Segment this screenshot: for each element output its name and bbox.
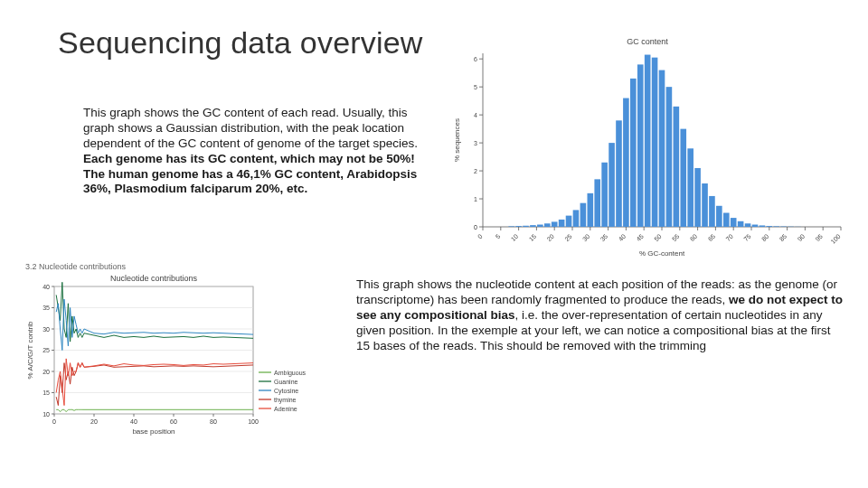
svg-rect-63	[537, 225, 543, 227]
svg-text:1: 1	[474, 196, 477, 202]
svg-rect-68	[573, 210, 580, 227]
svg-text:30: 30	[42, 326, 50, 333]
svg-text:80: 80	[760, 233, 770, 243]
svg-rect-95	[767, 226, 773, 227]
svg-text:20: 20	[90, 418, 98, 425]
svg-rect-88	[716, 206, 722, 227]
svg-text:Ambiguous: Ambiguous	[274, 370, 307, 377]
svg-text:55: 55	[671, 233, 681, 243]
svg-text:base position: base position	[132, 427, 175, 436]
svg-rect-92	[745, 223, 751, 227]
svg-text:40: 40	[130, 418, 137, 425]
svg-text:25: 25	[563, 233, 573, 243]
svg-rect-78	[645, 55, 651, 227]
svg-text:Nucleotide contributions: Nucleotide contributions	[110, 274, 198, 283]
svg-rect-66	[559, 220, 565, 227]
gc-desc-p1: This graph shows the GC content of each …	[83, 106, 418, 150]
svg-rect-85	[694, 168, 701, 227]
svg-text:35: 35	[42, 305, 50, 311]
svg-rect-94	[760, 225, 766, 227]
svg-text:65: 65	[707, 233, 717, 243]
svg-text:Guanine: Guanine	[274, 379, 298, 385]
bottom-row: 3.2 Nucleotide contributionsNucleotide c…	[22, 261, 846, 437]
svg-text:0: 0	[474, 224, 477, 230]
svg-rect-60	[515, 226, 522, 227]
svg-rect-69	[580, 203, 587, 227]
svg-text:% GC-content: % GC-content	[639, 249, 685, 258]
svg-text:60: 60	[170, 418, 177, 425]
svg-rect-93	[752, 225, 759, 227]
svg-rect-89	[723, 213, 730, 227]
svg-text:45: 45	[635, 233, 645, 243]
nucleotide-svg: 3.2 Nucleotide contributionsNucleotide c…	[22, 261, 320, 437]
svg-rect-81	[666, 87, 673, 227]
svg-rect-71	[594, 179, 600, 227]
svg-text:40: 40	[42, 284, 50, 290]
slide: Sequencing data overview This graph show…	[0, 0, 868, 488]
nucleotide-chart: 3.2 Nucleotide contributionsNucleotide c…	[22, 261, 320, 437]
svg-text:40: 40	[618, 233, 627, 243]
svg-rect-72	[601, 163, 608, 227]
svg-rect-64	[544, 223, 551, 227]
gc-content-chart: GC content012345605101520253035404550556…	[448, 33, 846, 259]
svg-text:0: 0	[52, 418, 56, 425]
svg-text:% A/C/G/T contrib: % A/C/G/T contrib	[26, 321, 34, 379]
svg-text:3.2 Nucleotide contributions: 3.2 Nucleotide contributions	[25, 262, 127, 271]
svg-rect-61	[523, 226, 529, 227]
svg-rect-96	[773, 226, 779, 227]
svg-rect-65	[552, 221, 558, 227]
svg-text:20: 20	[545, 233, 555, 243]
svg-rect-73	[609, 143, 615, 227]
svg-text:60: 60	[689, 233, 699, 243]
svg-text:30: 30	[581, 233, 591, 243]
svg-rect-84	[687, 148, 693, 227]
svg-rect-74	[616, 120, 622, 227]
svg-text:15: 15	[42, 389, 50, 396]
svg-text:25: 25	[42, 347, 50, 353]
svg-rect-82	[674, 107, 680, 227]
svg-text:95: 95	[814, 233, 824, 243]
svg-text:6: 6	[474, 56, 477, 62]
svg-rect-87	[709, 196, 715, 227]
svg-text:100: 100	[829, 233, 841, 245]
svg-text:% sequences: % sequences	[453, 118, 461, 162]
top-row: This graph shows the GC content of each …	[22, 61, 846, 259]
svg-rect-90	[731, 218, 737, 227]
svg-rect-91	[738, 221, 744, 227]
nucleotide-description: This graph shows the nucleotide content …	[356, 277, 846, 353]
svg-text:10: 10	[510, 233, 520, 243]
svg-text:75: 75	[742, 233, 752, 243]
svg-text:Adenine: Adenine	[274, 406, 297, 412]
svg-rect-83	[680, 129, 686, 227]
svg-text:20: 20	[42, 369, 50, 375]
svg-rect-75	[623, 99, 629, 227]
svg-text:85: 85	[778, 233, 788, 243]
svg-rect-77	[637, 64, 644, 227]
svg-text:80: 80	[210, 418, 217, 425]
svg-text:5: 5	[474, 84, 477, 90]
svg-text:50: 50	[653, 233, 663, 243]
svg-rect-86	[702, 183, 708, 227]
svg-rect-62	[530, 225, 536, 227]
svg-text:GC content: GC content	[627, 37, 668, 46]
gc-desc-p2: Each genome has its GC content, which ma…	[83, 152, 417, 196]
svg-text:35: 35	[599, 233, 609, 243]
svg-text:2: 2	[474, 168, 477, 174]
svg-rect-67	[566, 216, 572, 227]
svg-text:5: 5	[495, 233, 502, 240]
svg-text:100: 100	[248, 418, 259, 425]
svg-text:4: 4	[474, 112, 477, 118]
svg-text:15: 15	[528, 233, 538, 243]
gc-content-svg: GC content012345605101520253035404550556…	[448, 33, 846, 259]
svg-text:Cytosine: Cytosine	[274, 388, 298, 395]
svg-text:thymine: thymine	[274, 397, 297, 404]
svg-text:3: 3	[474, 140, 477, 146]
svg-rect-59	[508, 226, 514, 227]
svg-rect-80	[659, 70, 665, 227]
svg-text:0: 0	[476, 233, 484, 240]
svg-text:70: 70	[724, 233, 734, 243]
svg-rect-70	[588, 193, 594, 227]
svg-text:90: 90	[797, 233, 807, 243]
svg-rect-76	[630, 79, 637, 227]
svg-text:10: 10	[42, 411, 50, 418]
